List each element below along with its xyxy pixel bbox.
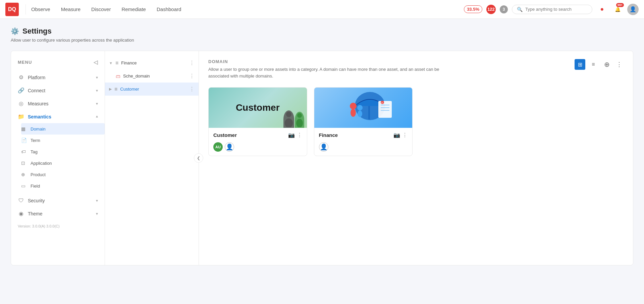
- domain-section-label: DOMAIN: [208, 59, 443, 64]
- page-header-top: ⚙️ Settings: [11, 27, 633, 36]
- sidebar-item-product[interactable]: ⊕ Product: [21, 169, 105, 180]
- add-domain-button[interactable]: ⊕: [601, 59, 612, 70]
- search-icon: 🔍: [517, 7, 523, 12]
- tree-item-sche-domain[interactable]: 🗃 Sche_domain ⋮: [105, 69, 199, 83]
- term-label: Term: [31, 138, 40, 143]
- platform-label: Platform: [28, 75, 45, 80]
- finance-more-icon: ⋮: [402, 132, 408, 138]
- customer-list-icon: ≡: [114, 86, 117, 92]
- sche-domain-more-icon[interactable]: ⋮: [189, 73, 195, 79]
- finance-card-image: +: [314, 88, 413, 128]
- connect-icon: 🔗: [18, 87, 24, 94]
- customer-add-user-button[interactable]: 👤: [225, 142, 234, 152]
- menu-header: MENU ◁: [11, 56, 105, 71]
- nav-observe[interactable]: Observe: [31, 5, 50, 13]
- field-icon: ▭: [21, 183, 27, 189]
- nav-dashboard[interactable]: Dashboard: [157, 5, 181, 13]
- customer-expand-icon: ▶: [109, 87, 112, 91]
- svg-point-0: [286, 112, 291, 117]
- domain-description: Allow a user to group one or more assets…: [208, 66, 443, 79]
- search-box[interactable]: 🔍: [512, 5, 592, 14]
- domain-content: DOMAIN Allow a user to group one or more…: [199, 51, 633, 265]
- svg-point-7: [351, 109, 356, 117]
- theme-chevron-icon: ▾: [96, 211, 98, 216]
- domain-card-customer[interactable]: Customer Customer: [208, 87, 307, 156]
- security-icon: 🛡: [18, 198, 24, 204]
- profile-icon-btn[interactable]: ●: [596, 4, 608, 15]
- notification-count-badge[interactable]: 3: [500, 5, 508, 13]
- page-subtitle: Allow user to configure various properti…: [11, 38, 633, 43]
- list-view-icon: ≡: [592, 61, 595, 67]
- semantics-submenu: ▦ Domain 📄 Term 🏷 Tag ⊡: [11, 123, 105, 192]
- sidebar-item-tag[interactable]: 🏷 Tag: [21, 146, 105, 157]
- finance-more-icon[interactable]: ⋮: [189, 60, 195, 66]
- alert-count-badge[interactable]: 122: [486, 5, 496, 14]
- sche-domain-label: Sche_domain: [123, 73, 150, 79]
- grid-view-button[interactable]: ⊞: [575, 59, 585, 70]
- svg-point-1: [285, 118, 293, 127]
- sidebar-item-application[interactable]: ⊡ Application: [21, 157, 105, 169]
- measures-chevron-icon: ▾: [96, 101, 98, 106]
- add-user-icon: 👤: [226, 143, 233, 151]
- customer-card-name: Customer: [213, 132, 237, 138]
- sidebar-item-domain[interactable]: ▦ Domain: [21, 123, 105, 135]
- menu-collapse-icon[interactable]: ◁: [94, 59, 98, 65]
- finance-card-name: Finance: [319, 132, 338, 138]
- finance-camera-button[interactable]: 📷: [393, 132, 400, 138]
- sidebar-item-term[interactable]: 📄 Term: [21, 135, 105, 146]
- sche-domain-icon: 🗃: [116, 73, 120, 79]
- sidebar-item-connect[interactable]: 🔗 Connect ▾: [11, 84, 105, 97]
- page-header: ⚙️ Settings Allow user to configure vari…: [11, 27, 633, 43]
- platform-chevron-icon: ▾: [96, 75, 98, 80]
- nav-discover[interactable]: Discover: [91, 5, 111, 13]
- semantics-header[interactable]: 📁 Semantics ▾: [11, 110, 105, 123]
- score-badge: 33.5%: [464, 5, 482, 13]
- tag-icon: 🏷: [21, 149, 27, 154]
- list-view-button[interactable]: ≡: [588, 59, 599, 70]
- user-avatar[interactable]: 👤: [627, 4, 639, 15]
- connect-label: Connect: [28, 88, 45, 93]
- tree-item-finance[interactable]: ▼ ≡ Finance ⋮: [105, 56, 199, 69]
- logo[interactable]: DQ: [5, 3, 19, 16]
- nav-measure[interactable]: Measure: [61, 5, 80, 13]
- measures-label: Measures: [28, 101, 48, 106]
- search-input[interactable]: [525, 7, 587, 12]
- camera-icon: 📷: [288, 132, 295, 138]
- domain-card-finance[interactable]: + Finance 📷 ⋮: [314, 87, 413, 156]
- customer-more-button[interactable]: ⋮: [297, 132, 302, 138]
- customer-card-avatars: AU 👤: [213, 142, 302, 152]
- sidebar-item-field[interactable]: ▭ Field: [21, 180, 105, 192]
- semantics-chevron-icon: ▾: [96, 114, 98, 119]
- domain-label: Domain: [31, 126, 46, 132]
- sidebar-item-theme[interactable]: ◉ Theme ▾: [11, 207, 105, 220]
- user-icon: 👤: [630, 6, 636, 12]
- top-navigation: DQ Observe Measure Discover Remediate Da…: [0, 0, 644, 19]
- domain-more-button[interactable]: ⋮: [615, 59, 624, 69]
- nav-divider: [25, 4, 26, 14]
- sidebar-item-security[interactable]: 🛡 Security ▾: [11, 194, 105, 207]
- application-label: Application: [31, 161, 52, 166]
- page-wrapper: ⚙️ Settings Allow user to configure vari…: [0, 19, 644, 304]
- tree-panel: ▼ ≡ Finance ⋮ 🗃 Sche_domain ⋮ ▶ ≡ C: [105, 51, 199, 265]
- customer-card-image: Customer: [209, 88, 307, 128]
- semantics-label: Semantics: [28, 114, 51, 119]
- customer-camera-button[interactable]: 📷: [288, 132, 295, 138]
- customer-more-icon[interactable]: ⋮: [189, 86, 195, 92]
- finance-add-user-button[interactable]: 👤: [319, 142, 328, 152]
- tree-item-customer[interactable]: ▶ ≡ Customer ⋮: [105, 83, 199, 96]
- svg-point-3: [296, 119, 303, 127]
- sidebar-item-semantics: 📁 Semantics ▾ ▦ Domain 📄 Term: [11, 110, 105, 192]
- version-text: Version: 3.0.0(A) 3.0.0(C): [11, 220, 105, 232]
- sidebar-item-measures[interactable]: ◎ Measures ▾: [11, 97, 105, 110]
- sidebar-item-platform[interactable]: ⚙ Platform ▾: [11, 71, 105, 84]
- theme-label: Theme: [28, 211, 43, 216]
- theme-icon: ◉: [18, 210, 24, 217]
- svg-point-9: [358, 110, 362, 117]
- customer-user-avatar[interactable]: AU: [213, 142, 223, 152]
- tree-collapse-button[interactable]: ❮: [194, 153, 203, 163]
- bell-icon-btn[interactable]: 🔔 99+: [612, 4, 623, 15]
- nav-remediate[interactable]: Remediate: [121, 5, 146, 13]
- customer-more-icon: ⋮: [297, 132, 302, 138]
- page-title: Settings: [22, 27, 52, 36]
- finance-more-button[interactable]: ⋮: [402, 132, 408, 138]
